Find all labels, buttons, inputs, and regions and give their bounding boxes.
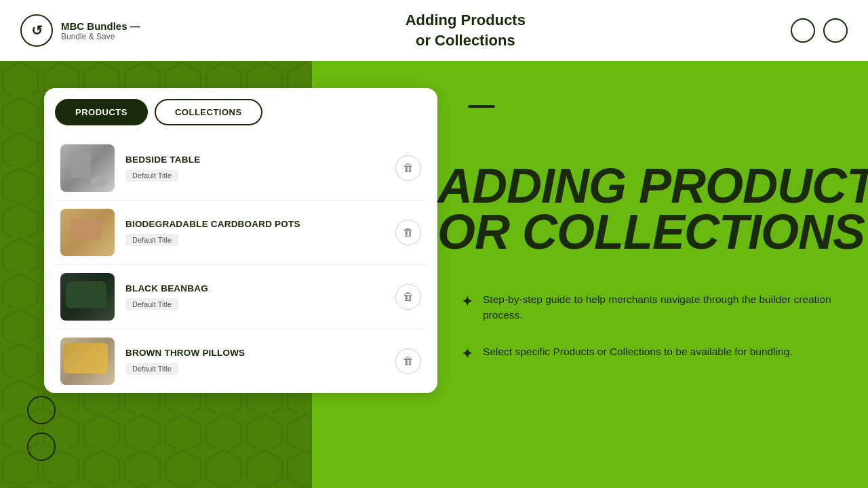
product-item-1: BIODEGRADABLE CARDBOARD POTS Default Tit…: [55, 200, 427, 264]
header: ↺ MBC Bundles — Bundle & Save Adding Pro…: [0, 0, 868, 61]
product-list: BEDSIDE TABLE Default Title 🗑 BIODEGRADA…: [55, 136, 427, 393]
feature-item-1: ✦ Select specific Products or Collection…: [461, 344, 848, 363]
trash-icon-0: 🗑: [403, 162, 414, 174]
tab-buttons: PRODUCTS COLLECTIONS: [55, 99, 427, 125]
nav-circle-1[interactable]: [27, 396, 56, 424]
feature-text-0: Step-by-step guide to help merchants nav…: [483, 291, 848, 323]
separator-line: [468, 105, 495, 108]
header-icon-1[interactable]: [791, 18, 815, 43]
big-text-line1: ADDING PRODUCTS: [437, 163, 861, 209]
delete-button-0[interactable]: 🗑: [395, 155, 421, 181]
header-icons: [791, 18, 848, 43]
header-icon-2[interactable]: [823, 18, 848, 43]
product-item-2: BLACK BEANBAG Default Title 🗑: [55, 264, 427, 329]
product-name-1: BIODEGRADABLE CARDBOARD POTS: [125, 219, 384, 229]
sparkle-icon-1: ✦: [461, 345, 473, 363]
tab-collections[interactable]: COLLECTIONS: [155, 99, 262, 125]
delete-button-3[interactable]: 🗑: [395, 348, 421, 374]
delete-button-1[interactable]: 🗑: [395, 220, 421, 245]
tab-products[interactable]: PRODUCTS: [55, 99, 148, 125]
delete-button-2[interactable]: 🗑: [395, 284, 421, 310]
product-badge-1: Default Title: [125, 234, 178, 246]
product-thumb-1: [60, 209, 115, 256]
big-text-line2: OR COLLECTIONS: [437, 209, 861, 255]
product-thumb-0: [60, 144, 115, 192]
product-item-3: BROWN THROW PILLOWS Default Title 🗑: [55, 329, 427, 393]
product-badge-2: Default Title: [125, 298, 178, 310]
product-info-0: BEDSIDE TABLE Default Title: [125, 155, 384, 182]
header-title: Adding Products or Collections: [406, 10, 526, 50]
feature-text-1: Select specific Products or Collections …: [483, 344, 793, 359]
product-name-2: BLACK BEANBAG: [125, 283, 384, 293]
product-thumb-3: [60, 338, 115, 385]
feature-item-0: ✦ Step-by-step guide to help merchants n…: [461, 291, 848, 323]
bottom-circles: [27, 396, 56, 461]
product-thumb-2: [60, 273, 115, 321]
product-name-3: BROWN THROW PILLOWS: [125, 348, 384, 358]
trash-icon-1: 🗑: [403, 226, 414, 239]
sparkle-icon-0: ✦: [461, 293, 473, 310]
product-info-2: BLACK BEANBAG Default Title: [125, 283, 384, 310]
product-name-0: BEDSIDE TABLE: [125, 155, 384, 165]
nav-circle-2[interactable]: [27, 432, 56, 461]
product-info-1: BIODEGRADABLE CARDBOARD POTS Default Tit…: [125, 219, 384, 246]
logo-circle: ↺: [20, 14, 53, 47]
main-container: ↺ MBC Bundles — Bundle & Save Adding Pro…: [0, 0, 868, 488]
trash-icon-2: 🗑: [403, 291, 414, 303]
features-container: ✦ Step-by-step guide to help merchants n…: [461, 291, 848, 383]
logo-subtitle: Bundle & Save: [61, 32, 140, 41]
product-badge-0: Default Title: [125, 169, 178, 182]
logo-title: MBC Bundles —: [61, 20, 140, 32]
decorative-text: ADDING PRODUCTS OR COLLECTIONS: [437, 163, 861, 256]
product-info-3: BROWN THROW PILLOWS Default Title: [125, 348, 384, 375]
trash-icon-3: 🗑: [403, 355, 414, 367]
header-center: Adding Products or Collections: [140, 10, 791, 50]
logo-text: MBC Bundles — Bundle & Save: [61, 20, 140, 41]
product-badge-3: Default Title: [125, 363, 178, 375]
logo-arrow-icon: ↺: [31, 22, 43, 39]
logo-container: ↺ MBC Bundles — Bundle & Save: [20, 14, 140, 47]
product-item-0: BEDSIDE TABLE Default Title 🗑: [55, 136, 427, 200]
products-panel: PRODUCTS COLLECTIONS BEDSIDE TABLE Defau…: [44, 88, 437, 393]
